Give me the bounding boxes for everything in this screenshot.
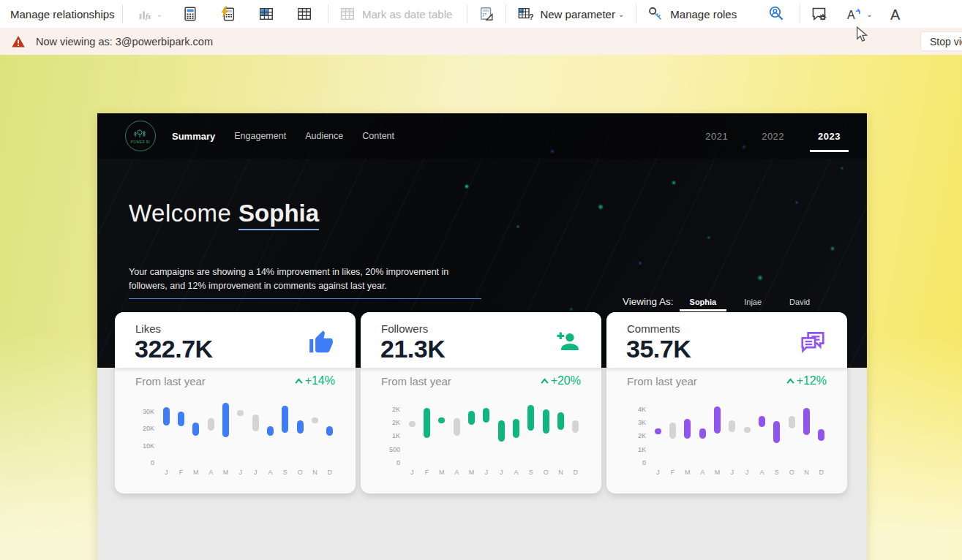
range-bar[interactable]: [744, 427, 751, 433]
y-tick-label: 2K: [374, 419, 400, 426]
new-table-icon[interactable]: [296, 5, 313, 23]
y-tick-label: 4K: [620, 406, 646, 413]
svg-text:A: A: [847, 9, 855, 21]
range-bar[interactable]: [699, 428, 706, 439]
date-table-icon: [339, 5, 356, 23]
tab-content[interactable]: Content: [362, 131, 394, 141]
range-bar[interactable]: [818, 429, 824, 441]
new-column-icon[interactable]: [258, 5, 275, 23]
followers-mini-chart: 05001K2K2KJFMAMJJASOND: [374, 401, 587, 477]
comments-delta: +12%: [786, 374, 827, 387]
caret-up-icon: [786, 377, 795, 385]
welcome-heading: Welcome Sophia: [129, 200, 319, 227]
tab-engagement[interactable]: Engagement: [234, 131, 286, 141]
range-bar[interactable]: [759, 416, 765, 427]
year-2021[interactable]: 2021: [705, 131, 728, 142]
divider: [636, 4, 636, 23]
x-tick-label: A: [695, 469, 710, 476]
comments-card[interactable]: Comments 35.7K From last year: [606, 312, 847, 493]
range-bar[interactable]: [312, 417, 318, 423]
range-bar[interactable]: [178, 412, 184, 426]
from-last-year-label: From last year: [627, 375, 697, 387]
tab-summary[interactable]: Summary: [172, 131, 215, 142]
likes-card[interactable]: Likes 322.7K From last year +14% 010K20K…: [115, 312, 356, 493]
range-bar[interactable]: [498, 420, 505, 442]
range-bar[interactable]: [557, 412, 564, 430]
range-bar[interactable]: [483, 408, 489, 423]
language-button[interactable]: A ⌄: [846, 5, 872, 23]
range-bar[interactable]: [684, 419, 691, 439]
x-tick-label: M: [189, 469, 203, 476]
range-bar[interactable]: [252, 415, 259, 431]
x-tick-label: J: [740, 469, 754, 476]
range-bar[interactable]: [409, 421, 416, 427]
qa-setup-icon[interactable]: [811, 5, 828, 23]
range-bar[interactable]: [454, 418, 460, 436]
range-bar[interactable]: [237, 410, 244, 416]
quick-measure-icon[interactable]: [219, 5, 237, 23]
divider: [122, 4, 123, 23]
range-bar[interactable]: [424, 408, 430, 438]
y-tick-label: 0: [128, 459, 154, 466]
mouse-cursor: [856, 26, 869, 45]
linguistic-icon[interactable]: A: [886, 5, 903, 23]
range-bar[interactable]: [543, 409, 549, 434]
y-tick-label: 30K: [128, 408, 154, 415]
view-as-banner: Now viewing as: 3@powerbipark.com Stop v…: [0, 28, 962, 55]
range-bar[interactable]: [527, 405, 534, 431]
measure-fx-icon: fx: [136, 5, 154, 23]
range-bar[interactable]: [729, 420, 735, 432]
x-tick-label: J: [725, 469, 740, 476]
chevron-down-icon: ⌄: [157, 10, 162, 18]
new-parameter-button[interactable]: ? New parameter ⌄: [516, 5, 624, 23]
range-bar[interactable]: [438, 417, 445, 423]
card-title: Likes: [135, 322, 161, 335]
year-2022[interactable]: 2022: [762, 131, 784, 142]
x-tick-label: A: [203, 469, 218, 476]
followers-card[interactable]: Followers 21.3K From last year +20% 0500…: [361, 312, 601, 493]
range-bar[interactable]: [572, 420, 579, 434]
range-bar[interactable]: [208, 418, 214, 430]
year-2023[interactable]: 2023: [818, 131, 841, 142]
viewer-david[interactable]: David: [789, 298, 810, 306]
viewer-injae[interactable]: Injae: [744, 298, 762, 306]
viewer-sophia[interactable]: Sophia: [690, 298, 717, 306]
thumbs-up-icon: [307, 328, 335, 356]
view-as-icon[interactable]: [767, 5, 785, 23]
measure-tools-button[interactable]: fx ⌄: [136, 5, 162, 23]
range-bar[interactable]: [163, 407, 170, 425]
range-bar[interactable]: [655, 428, 661, 434]
range-bar[interactable]: [669, 423, 676, 439]
x-tick-label: S: [524, 469, 538, 476]
range-bar[interactable]: [513, 419, 519, 437]
chevron-down-icon: ⌄: [618, 10, 624, 18]
range-bar[interactable]: [803, 408, 810, 435]
range-bar[interactable]: [468, 411, 475, 425]
report-nav: Summary Engagement Audience Content: [172, 113, 394, 159]
comments-mini-chart: 01K2K3K4KJFMAMJJASOND: [620, 401, 833, 477]
x-tick-label: D: [814, 469, 829, 476]
range-bar[interactable]: [714, 406, 721, 434]
range-bar[interactable]: [297, 420, 304, 434]
range-bar[interactable]: [326, 426, 333, 436]
chevron-down-icon: ⌄: [866, 10, 872, 18]
range-bar[interactable]: [222, 403, 229, 437]
range-bar[interactable]: [282, 406, 288, 433]
range-bar[interactable]: [192, 423, 199, 436]
likes-change-row: From last year +14%: [115, 374, 356, 393]
likes-delta: +14%: [294, 374, 335, 387]
new-measure-icon[interactable]: [181, 5, 199, 23]
tab-audience[interactable]: Audience: [305, 131, 343, 141]
calculation-group-icon[interactable]: [478, 5, 495, 23]
language-icon: A: [846, 5, 863, 23]
stop-viewing-button[interactable]: Stop vie: [920, 31, 962, 51]
x-tick-label: S: [278, 469, 293, 476]
manage-roles-button[interactable]: Manage roles: [647, 5, 737, 23]
range-bar[interactable]: [267, 426, 274, 436]
range-bar[interactable]: [773, 421, 780, 442]
key-icon: [647, 5, 664, 23]
manage-relationships-button[interactable]: Manage relationships: [10, 8, 115, 20]
range-bar[interactable]: [789, 416, 795, 428]
x-tick-label: J: [405, 469, 419, 476]
comments-card-header: Comments 35.7K: [606, 312, 847, 368]
